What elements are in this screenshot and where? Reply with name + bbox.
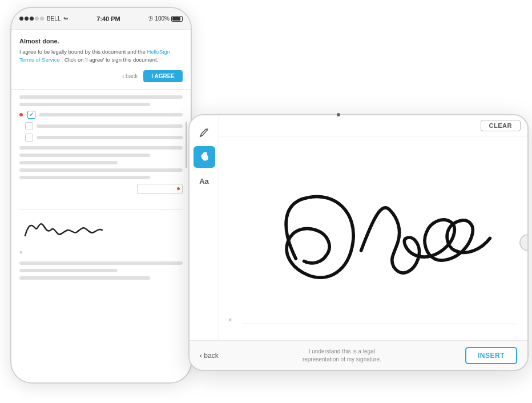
cursor-dot bbox=[337, 113, 340, 116]
pen-tool-button[interactable] bbox=[194, 122, 215, 144]
doc-content: ✓ bbox=[11, 90, 191, 204]
type-icon: Aa bbox=[199, 177, 209, 186]
phone-signature-svg bbox=[19, 214, 111, 243]
signal-dot-5 bbox=[40, 17, 44, 21]
checkbox-line-2 bbox=[37, 124, 183, 128]
bottom-line-2 bbox=[19, 269, 118, 272]
checkbox-row-1: ✓ bbox=[19, 111, 183, 119]
agree-body-after: . Click on 'I agree' to sign this docume… bbox=[61, 57, 158, 63]
input-field[interactable] bbox=[137, 184, 183, 194]
signature-panel-header: CLEAR bbox=[219, 115, 527, 136]
tablet-back-button[interactable]: ‹ back bbox=[200, 352, 219, 360]
tablet-signature-svg bbox=[231, 142, 516, 335]
doc-line-4 bbox=[19, 154, 150, 157]
input-required-dot bbox=[177, 187, 180, 190]
signal-dot-4 bbox=[35, 17, 39, 21]
bottom-line-3 bbox=[19, 276, 150, 280]
required-dot bbox=[19, 113, 23, 116]
tablet-landscape: Aa CLEAR × ‹ back I und bbox=[188, 114, 529, 371]
back-button[interactable]: ‹ back bbox=[122, 73, 138, 79]
phone-x-mark: × bbox=[19, 249, 183, 256]
insert-button[interactable]: INSERT bbox=[465, 347, 517, 364]
checkbox-check-icon: ✓ bbox=[29, 111, 34, 118]
signal-dot-1 bbox=[19, 17, 23, 21]
i-agree-button[interactable]: I AGREE bbox=[143, 70, 183, 82]
checkbox-row-2 bbox=[19, 122, 183, 130]
signal-dot-2 bbox=[25, 17, 29, 21]
pen-icon bbox=[199, 127, 210, 139]
hand-icon bbox=[199, 151, 210, 163]
signature-draw-area[interactable]: × bbox=[219, 136, 527, 340]
tablet-inner: Aa CLEAR × bbox=[190, 115, 527, 340]
tablet-footer: ‹ back I understand this is a legal repr… bbox=[190, 340, 527, 370]
clear-button[interactable]: CLEAR bbox=[481, 120, 521, 131]
signal-area: BELL ↬ bbox=[19, 15, 68, 22]
type-tool-button[interactable]: Aa bbox=[194, 170, 215, 192]
checkbox-line-1 bbox=[39, 113, 183, 116]
doc-line-3 bbox=[19, 146, 183, 150]
tablet-x-mark: × bbox=[228, 316, 232, 323]
bottom-lines bbox=[11, 258, 191, 287]
input-row bbox=[19, 184, 183, 194]
doc-line-6 bbox=[19, 168, 183, 172]
draw-tool-button[interactable] bbox=[194, 146, 215, 168]
footer-legal-text: I understand this is a legal representat… bbox=[303, 348, 381, 364]
checkbox-row-3 bbox=[19, 134, 183, 142]
battery-pct-label: 100% bbox=[155, 15, 170, 22]
battery-icon bbox=[171, 16, 183, 22]
checkbox-line-3 bbox=[37, 136, 183, 139]
agree-buttons: ‹ back I AGREE bbox=[19, 70, 183, 82]
bluetooth-icon: ℬ bbox=[148, 15, 153, 22]
agree-title: Almost done. bbox=[19, 38, 183, 45]
doc-line-2 bbox=[19, 103, 150, 106]
wifi-icon: ↬ bbox=[63, 15, 68, 22]
agree-body-text: I agree to be legally bound by this docu… bbox=[19, 49, 147, 55]
agree-body: I agree to be legally bound by this docu… bbox=[19, 48, 183, 65]
doc-line-7 bbox=[19, 176, 150, 179]
tool-sidebar: Aa bbox=[190, 115, 219, 340]
checkbox-2[interactable] bbox=[25, 122, 33, 130]
status-bar: BELL ↬ 7:40 PM ℬ 100% bbox=[11, 8, 191, 30]
scrollbar-hint bbox=[186, 122, 187, 168]
doc-line-1 bbox=[19, 95, 183, 99]
signature-panel: CLEAR × bbox=[219, 115, 527, 340]
carrier-label: BELL bbox=[47, 15, 61, 22]
time-display: 7:40 PM bbox=[96, 15, 120, 22]
signal-dot-3 bbox=[30, 17, 34, 21]
signature-base-line bbox=[242, 324, 516, 324]
bottom-line-1 bbox=[19, 261, 183, 265]
checkbox-1[interactable]: ✓ bbox=[27, 111, 35, 119]
agree-box: Almost done. I agree to be legally bound… bbox=[11, 30, 191, 90]
doc-line-5 bbox=[19, 161, 118, 164]
phone-signature-area bbox=[19, 209, 183, 245]
checkbox-3[interactable] bbox=[25, 134, 33, 142]
phone-portrait: BELL ↬ 7:40 PM ℬ 100% Almost done. I agr… bbox=[10, 7, 192, 384]
battery-fill bbox=[172, 17, 180, 21]
battery-area: ℬ 100% bbox=[148, 15, 183, 22]
